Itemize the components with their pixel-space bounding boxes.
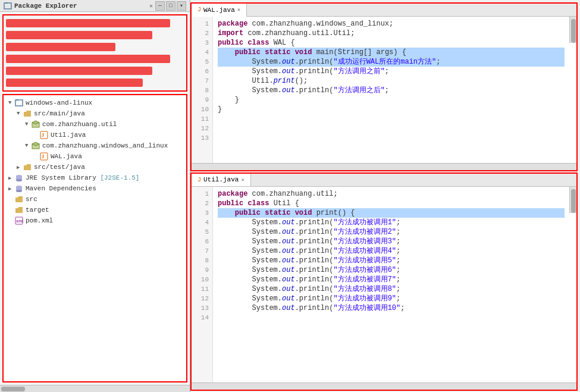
code-line: public class Util { (218, 199, 565, 208)
code-line: System.out.println("方法成功被调用5"; (218, 256, 565, 265)
tree-item[interactable]: ▼windows-and-linux (4, 98, 186, 108)
redacted-line (6, 67, 152, 75)
code-token: com.zhanzhuang.util; (247, 190, 337, 198)
code-line: import com.zhanzhuang.util.Util; (218, 29, 565, 38)
menu-button[interactable]: ▾ (177, 1, 186, 11)
util-java-tab[interactable]: J Util.java ✕ (192, 173, 251, 186)
tree-item-icon (14, 98, 24, 108)
code-token: ; (396, 218, 400, 227)
tree-item[interactable]: xmlpom.xml (4, 215, 186, 226)
redacted-line (6, 79, 143, 87)
method-token: out (282, 294, 295, 303)
top-vscroll-area (569, 17, 576, 163)
project-tree: ▼windows-and-linux▼src/main/java▼com.zha… (2, 94, 187, 382)
maximize-button[interactable]: □ (166, 1, 175, 11)
kw-token: public (218, 39, 243, 47)
tree-item-label: JRE System Library [J2SE-1.5] (26, 174, 139, 181)
kw-token: package (218, 190, 247, 198)
tree-arrow-icon: ▶ (8, 186, 14, 192)
tree-item[interactable]: JUtil.java (4, 130, 186, 140)
code-token: System. (218, 228, 282, 236)
tree-item[interactable]: ▼src/main/java (4, 108, 186, 119)
code-token: .println( (295, 256, 334, 265)
code-token: ; (396, 275, 400, 284)
tree-item[interactable]: ▼com.zhanzhuang.util (4, 119, 186, 130)
tree-item-label: com.zhanzhuang.util (42, 121, 117, 128)
code-line: System.out.println("方法成功被调用4"; (218, 246, 565, 256)
tree-item-label: src/main/java (34, 110, 85, 117)
vscroll-thumb[interactable] (571, 19, 576, 43)
code-token: print() { (312, 209, 355, 217)
code-token: .println( (295, 218, 334, 227)
redacted-line (6, 55, 170, 63)
tab-close-button[interactable]: ✕ (241, 177, 244, 183)
tree-item-icon (31, 120, 40, 129)
tree-item[interactable]: target (4, 205, 186, 215)
code-line: } (218, 95, 565, 105)
code-token: ; (396, 247, 400, 255)
code-token: System. (218, 218, 282, 227)
minimize-button[interactable]: ─ (155, 1, 165, 11)
code-token: Util { (269, 199, 299, 208)
method-token: out (282, 67, 295, 76)
kw-token: package (218, 20, 247, 28)
wal-tab-label: WAL.java (203, 7, 235, 14)
kw-token: public (218, 199, 243, 208)
tree-item-icon (23, 109, 32, 118)
code-token: .println( (295, 285, 334, 293)
top-vertical-scrollbar[interactable] (569, 17, 576, 43)
code-token: } (218, 96, 239, 104)
util-editor-content: 1234567891011121314 package com.zhanzhua… (192, 187, 576, 382)
code-token: System. (218, 285, 282, 293)
tree-item[interactable]: ▶JRE System Library [J2SE-1.5] (4, 173, 186, 183)
str-token: "方法成功被调用10" (333, 304, 400, 312)
code-line: System.out.println("方法成功被调用1"; (218, 218, 565, 227)
code-line: package com.zhanzhuang.util; (218, 189, 565, 199)
method-token: out (282, 266, 295, 274)
util-code-area[interactable]: package com.zhanzhuang.util;public class… (213, 187, 569, 382)
code-token: com.zhanzhuang.util.Util; (243, 29, 355, 37)
svg-rect-0 (4, 3, 11, 9)
tree-item[interactable]: JWAL.java (4, 151, 186, 162)
method-token: out (282, 228, 295, 236)
bottom-editor-tab-bar: J Util.java ✕ (192, 174, 576, 187)
wal-code-area[interactable]: package com.zhanzhuang.windows_and_linux… (213, 17, 569, 163)
tree-item[interactable]: ▼com.zhanzhuang.windows_and_linux (4, 140, 186, 151)
bottom-horizontal-scrollbar[interactable] (192, 382, 576, 390)
method-token: out (282, 275, 295, 284)
tree-item-icon: J (39, 152, 49, 161)
code-token: .println( (295, 275, 334, 284)
code-token: System. (218, 294, 282, 303)
tree-item[interactable]: src (4, 194, 186, 205)
code-token: } (218, 105, 222, 114)
code-line: package com.zhanzhuang.windows_and_linux… (218, 19, 565, 29)
code-line: System.out.println("方法成功被调用6"; (218, 265, 565, 275)
method-token: out (282, 86, 295, 95)
tree-item[interactable]: ▶src/test/java (4, 162, 186, 173)
bottom-vertical-scrollbar[interactable] (569, 187, 576, 213)
vscroll-thumb[interactable] (571, 189, 576, 213)
tab-close-button[interactable]: ✕ (237, 7, 240, 13)
code-line: System.out.println("方法调用之后"; (218, 86, 565, 95)
method-token: out (282, 237, 295, 246)
close-icon[interactable]: ✕ (149, 2, 153, 10)
svg-point-14 (16, 179, 22, 181)
tree-item[interactable]: ▶Maven Dependencies (4, 183, 186, 194)
scrollbar-thumb[interactable] (1, 387, 25, 391)
code-token: .println( (295, 304, 334, 312)
code-token: System. (218, 237, 282, 246)
wal-line-numbers: 12345678910111213 (192, 17, 213, 163)
code-token: WAL { (269, 39, 294, 47)
redacted-line (6, 19, 170, 27)
tree-item-icon: J (39, 130, 49, 140)
method-token: out (282, 218, 295, 227)
wal-java-tab[interactable]: J WAL.java ✕ (192, 4, 247, 17)
java-file-icon: J (197, 7, 201, 13)
str-token: "方法调用之后" (333, 86, 384, 95)
method-token: print (274, 77, 295, 85)
tree-horizontal-scrollbar[interactable] (0, 385, 190, 392)
top-horizontal-scrollbar[interactable] (192, 163, 576, 170)
code-token (218, 48, 235, 57)
kw-token: void (295, 209, 312, 217)
str-token: "方法调用之前" (333, 67, 384, 76)
